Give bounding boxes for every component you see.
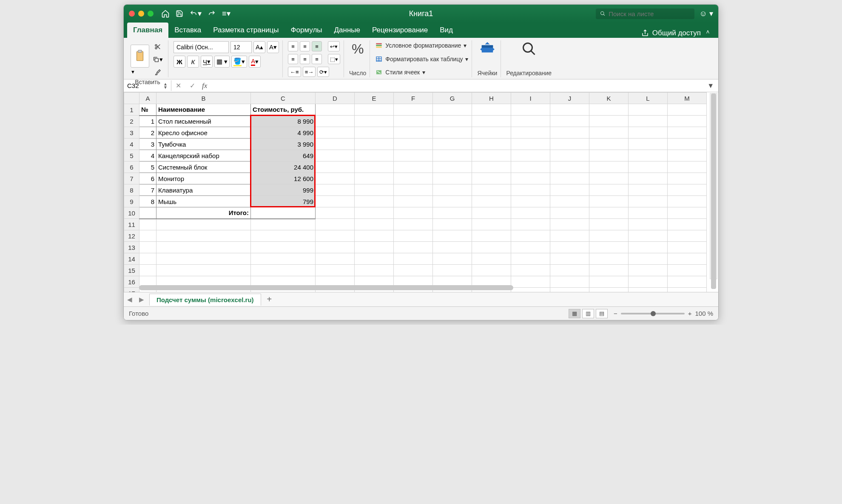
cell[interactable] xyxy=(589,219,629,230)
accept-formula-button[interactable]: ✓ xyxy=(185,82,199,90)
row-header[interactable]: 17 xyxy=(124,288,139,292)
cell[interactable] xyxy=(394,116,433,127)
cell[interactable] xyxy=(355,253,394,265)
row-header[interactable]: 11 xyxy=(124,219,139,230)
cell[interactable] xyxy=(668,265,707,276)
row-header[interactable]: 9 xyxy=(124,196,139,207)
cell[interactable]: Наименование xyxy=(156,104,251,116)
cell[interactable] xyxy=(316,116,355,127)
font-size-select[interactable] xyxy=(230,41,252,53)
cell[interactable]: Итого: xyxy=(156,207,251,219)
cell[interactable] xyxy=(472,253,511,265)
cell[interactable] xyxy=(550,265,589,276)
cell[interactable] xyxy=(550,127,589,139)
cell[interactable] xyxy=(394,230,433,242)
horizontal-scrollbar[interactable] xyxy=(139,284,709,291)
cell[interactable] xyxy=(472,219,511,230)
cell[interactable] xyxy=(316,253,355,265)
row-header[interactable]: 3 xyxy=(124,127,139,139)
cell[interactable] xyxy=(511,150,550,161)
expand-formula-bar-icon[interactable]: ▼ xyxy=(703,82,718,90)
row-header[interactable]: 2 xyxy=(124,116,139,127)
row-header[interactable]: 15 xyxy=(124,265,139,276)
cell[interactable] xyxy=(355,207,394,219)
cell[interactable] xyxy=(668,207,707,219)
cell[interactable] xyxy=(472,265,511,276)
cell[interactable] xyxy=(316,265,355,276)
maximize-icon[interactable] xyxy=(148,11,154,17)
cell[interactable] xyxy=(433,150,472,161)
cell[interactable] xyxy=(511,230,550,242)
column-header[interactable]: L xyxy=(629,93,668,104)
cell[interactable] xyxy=(550,161,589,173)
sheet-next-button[interactable]: ▶ xyxy=(136,296,148,303)
cell[interactable] xyxy=(629,116,668,127)
cell[interactable] xyxy=(156,265,251,276)
cell[interactable]: Кресло офисное xyxy=(156,127,251,139)
align-bottom-button[interactable]: ≡ xyxy=(312,41,322,51)
cell[interactable] xyxy=(589,150,629,161)
cell[interactable] xyxy=(472,104,511,116)
align-right-button[interactable]: ≡ xyxy=(312,54,322,64)
cell[interactable] xyxy=(355,104,394,116)
cell[interactable] xyxy=(394,184,433,196)
format-painter-button[interactable] xyxy=(151,67,165,78)
decrease-font-button[interactable]: A▾ xyxy=(267,41,279,53)
cell[interactable] xyxy=(433,230,472,242)
cell[interactable] xyxy=(589,230,629,242)
cell[interactable] xyxy=(156,219,251,230)
row-header[interactable]: 16 xyxy=(124,276,139,288)
cell[interactable] xyxy=(472,230,511,242)
orientation-button[interactable]: ⟳▾ xyxy=(317,67,329,77)
cell[interactable] xyxy=(589,161,629,173)
add-sheet-button[interactable]: + xyxy=(261,294,278,304)
cell[interactable] xyxy=(316,242,355,253)
cell[interactable] xyxy=(316,161,355,173)
cell[interactable] xyxy=(139,242,156,253)
cell[interactable]: 6 xyxy=(139,173,156,184)
column-header[interactable]: H xyxy=(472,93,511,104)
cell[interactable] xyxy=(355,265,394,276)
cell[interactable]: 12 600 xyxy=(251,173,316,184)
cell[interactable] xyxy=(668,150,707,161)
cell[interactable] xyxy=(251,230,316,242)
cell[interactable] xyxy=(394,253,433,265)
align-middle-button[interactable]: ≡ xyxy=(300,41,310,51)
cell[interactable] xyxy=(668,219,707,230)
cell[interactable] xyxy=(139,230,156,242)
cell[interactable] xyxy=(355,127,394,139)
cell[interactable] xyxy=(550,196,589,207)
cell[interactable] xyxy=(472,242,511,253)
border-button[interactable]: ▦ ▾ xyxy=(214,56,230,68)
cell[interactable] xyxy=(355,150,394,161)
cell[interactable] xyxy=(316,219,355,230)
cell[interactable]: Монитор xyxy=(156,173,251,184)
column-header[interactable]: M xyxy=(668,93,707,104)
cell[interactable]: № xyxy=(139,104,156,116)
cell[interactable] xyxy=(550,184,589,196)
cell[interactable] xyxy=(355,184,394,196)
column-header[interactable]: A xyxy=(139,93,156,104)
cell[interactable] xyxy=(472,207,511,219)
fill-color-button[interactable]: 🪣 ▾ xyxy=(231,56,247,68)
cell[interactable] xyxy=(629,139,668,150)
home-icon[interactable] xyxy=(161,9,170,18)
find-icon[interactable] xyxy=(521,41,537,57)
cell[interactable] xyxy=(668,184,707,196)
cell[interactable] xyxy=(668,173,707,184)
cell[interactable]: 4 990 xyxy=(251,127,316,139)
cell[interactable] xyxy=(394,219,433,230)
cell[interactable] xyxy=(316,104,355,116)
cell[interactable] xyxy=(629,104,668,116)
tab-review[interactable]: Рецензирование xyxy=(366,23,434,38)
customize-qat-icon[interactable]: ≡▾ xyxy=(222,9,230,18)
normal-view-button[interactable]: ▦ xyxy=(569,309,580,318)
format-as-table-button[interactable]: Форматировать как таблицу ▾ xyxy=(375,55,468,63)
cell[interactable] xyxy=(433,207,472,219)
row-header[interactable]: 13 xyxy=(124,242,139,253)
cells-icon[interactable] xyxy=(479,41,495,56)
cell[interactable] xyxy=(511,161,550,173)
cell[interactable] xyxy=(629,219,668,230)
cell[interactable] xyxy=(251,253,316,265)
cell[interactable] xyxy=(394,161,433,173)
